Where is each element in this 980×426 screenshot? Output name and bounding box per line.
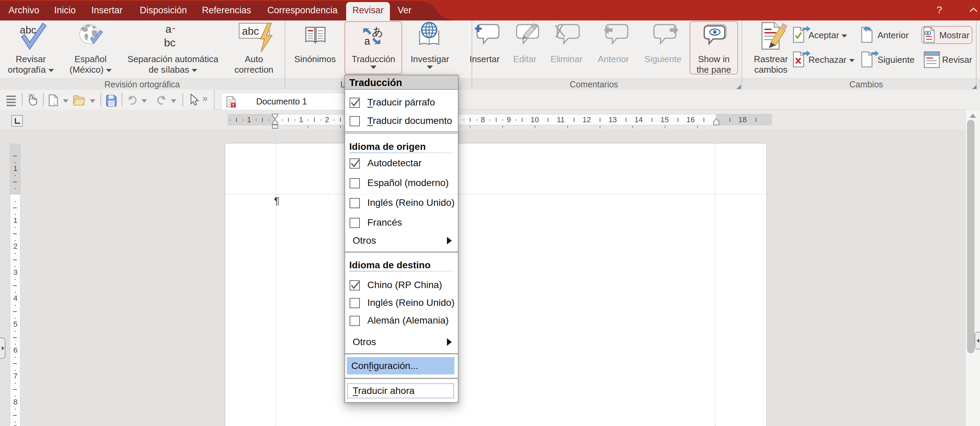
- svg-text:abc: abc: [242, 25, 259, 37]
- svg-text:-: -: [172, 22, 176, 34]
- svg-text:abc: abc: [20, 24, 36, 35]
- svg-text:a: a: [165, 23, 172, 35]
- svg-text:a: a: [364, 35, 371, 47]
- svg-text:T: T: [232, 103, 235, 108]
- svg-text:あ: あ: [372, 25, 383, 38]
- svg-text:bc: bc: [164, 36, 176, 49]
